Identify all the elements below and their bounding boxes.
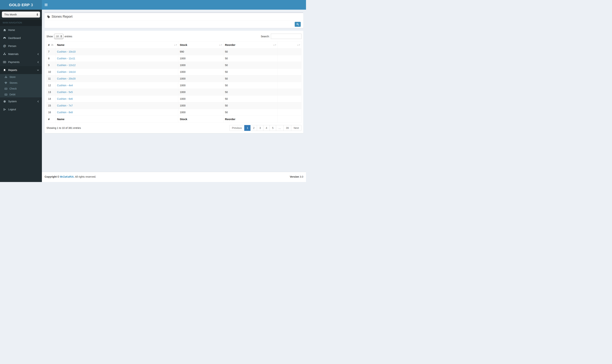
footer-column-name: Name [55, 116, 178, 123]
sidebar-subitem-debit[interactable]: Debit [0, 91, 42, 97]
pagination-previous-button[interactable]: Previous [229, 125, 244, 131]
copyright-text: Copyright © MrZaKaRiA. All rights reserv… [45, 175, 96, 179]
main-footer: Copyright © MrZaKaRiA. All rights reserv… [42, 172, 306, 182]
stones-report-table: # Name↓↑ Stock↓↑ Reorder↓↑ ↓↑ [46, 41, 301, 123]
page-title: Stones Report [52, 15, 72, 19]
chevron-left-icon [37, 100, 39, 103]
version-text: Version 3.0 [290, 175, 303, 179]
sidebar-item-dashboard[interactable]: Dashboard [0, 34, 42, 42]
hamburger-icon [45, 4, 48, 4]
column-header-name[interactable]: Name↓↑ [55, 41, 178, 48]
footer-column-num: # [47, 116, 55, 123]
pagination-page-button[interactable]: 2 [250, 125, 257, 131]
search-button[interactable] [295, 22, 301, 27]
search-label: Search: [261, 35, 270, 38]
stone-name-link[interactable]: Cushion - 7x7 [57, 104, 73, 107]
footer-column-reorder: Reorder [223, 116, 277, 123]
sort-asc-icon [51, 44, 54, 46]
chevron-left-icon [37, 53, 39, 55]
brand-link[interactable]: MrZaKaRiA. [60, 175, 74, 178]
table-row: 10 Cushion - 14x14 1000 50 [47, 69, 301, 75]
sort-both-icon: ↓↑ [174, 43, 177, 46]
sidebar-toggle-button[interactable] [42, 0, 50, 10]
copyright-prefix: Copyright © [45, 175, 59, 178]
at-icon: @ [3, 45, 6, 48]
pagination-page-button[interactable]: 1 [244, 125, 251, 131]
dashboard-icon [3, 37, 6, 39]
app-logo[interactable]: GOLD ERP 3 [0, 0, 42, 10]
gear-icon [3, 100, 6, 103]
sidebar-item-system[interactable]: System [0, 97, 42, 105]
sign-out-icon [3, 108, 6, 111]
page-length-select[interactable]: 10 [54, 34, 63, 39]
rights-text: All rights reserved. [75, 175, 96, 178]
entries-label: entries [65, 35, 72, 38]
sidebar-item-label: Home [8, 28, 15, 31]
select-arrows-icon [60, 35, 62, 38]
pagination-page-button[interactable]: 39 [283, 125, 291, 131]
stone-name-link[interactable]: Cushion - 14x14 [57, 70, 76, 73]
sidebar-item-person[interactable]: @ Person [0, 42, 42, 50]
diamond-icon [4, 81, 8, 84]
content-area: Stones Report Show 10 entries Search: [42, 10, 306, 172]
stone-name-link[interactable]: Cushion - 12x12 [57, 64, 76, 67]
sidebar: This Month MAIN NAVIGATION Home Dashboar… [0, 10, 42, 182]
version-label: Version [290, 175, 299, 178]
sidebar-item-materials[interactable]: Materials [0, 50, 42, 58]
footer-column-stock: Stock [178, 116, 223, 123]
pagination-next-button[interactable]: Next [291, 125, 301, 131]
sidebar-item-logout[interactable]: Logout [0, 105, 42, 113]
column-header-num[interactable]: # [47, 41, 55, 48]
column-header-extra[interactable]: ↓↑ [277, 41, 301, 48]
version-number: 3.0 [300, 175, 303, 178]
money-icon [4, 87, 8, 90]
pagination-ellipsis: … [276, 125, 284, 131]
sidebar-subitem-store[interactable]: Store [0, 74, 42, 80]
pagination-page-button[interactable]: 3 [257, 125, 263, 131]
pagination-page-button[interactable]: 5 [270, 125, 276, 131]
table-row: 8 Cushion - 11x11 1000 50 [47, 55, 301, 62]
sidebar-subitem-label: Debit [10, 93, 15, 96]
stone-name-link[interactable]: Cushion - 5x5 [57, 91, 73, 93]
sidebar-subitem-stones[interactable]: Stones [0, 80, 42, 86]
stone-name-link[interactable]: Cushion - 4x4 [57, 84, 73, 87]
select-arrows-icon [37, 13, 38, 16]
stone-name-link[interactable]: Cushion - 8x8 [57, 111, 73, 114]
sidebar-subitem-label: Check [10, 87, 17, 90]
sort-both-icon: ↓↑ [219, 43, 222, 46]
table-row: 12 Cushion - 4x4 1000 50 [47, 82, 301, 89]
sidebar-item-label: Person [8, 45, 16, 48]
sidebar-subitem-check[interactable]: Check [0, 86, 42, 91]
pagination-page-button[interactable]: 4 [263, 125, 270, 131]
sidebar-item-label: Logout [8, 108, 16, 111]
sidebar-item-home[interactable]: Home [0, 26, 42, 34]
logo-text-bold: GOLD ERP [9, 3, 30, 7]
table-info-text: Showing 1 to 10 of 381 entries [46, 127, 81, 130]
stone-name-link[interactable]: Cushion - 11x11 [57, 57, 75, 60]
sort-both-icon: ↓↑ [273, 43, 276, 46]
page-length-control: Show 10 entries [46, 34, 72, 39]
table-footer-row: # Name Stock Reorder [47, 116, 301, 123]
table-search-input[interactable] [271, 34, 301, 39]
pagination: Previous 1 2 3 4 5 … 39 Next [229, 125, 301, 131]
stone-name-link[interactable]: Cushion - 6x6 [57, 97, 73, 100]
cubes-icon [3, 52, 6, 55]
sort-both-icon: ↓↑ [297, 43, 300, 46]
chevron-down-icon [37, 69, 39, 71]
table-search-control: Search: [261, 34, 301, 39]
column-header-stock[interactable]: Stock↓↑ [178, 41, 223, 48]
period-select[interactable]: This Month [2, 12, 40, 18]
column-header-reorder[interactable]: Reorder↓↑ [223, 41, 277, 48]
sidebar-section-label: MAIN NAVIGATION [0, 19, 42, 26]
cubes-icon [4, 76, 8, 78]
stone-name-link[interactable]: Cushion - 10x10 [57, 50, 76, 53]
stone-name-link[interactable]: Cushion - 20x20 [57, 77, 76, 80]
sidebar-item-payments[interactable]: Payments [0, 58, 42, 66]
table-row: 14 Cushion - 6x6 1000 50 [47, 96, 301, 102]
sidebar-subitem-label: Store [10, 76, 15, 78]
sidebar-item-reports[interactable]: Reports [0, 66, 42, 74]
sidebar-item-label: Materials [8, 52, 19, 55]
sidebar-subitem-label: Stones [10, 81, 17, 84]
main-header: GOLD ERP 3 [0, 0, 306, 10]
report-header-card: Stones Report [45, 12, 303, 28]
